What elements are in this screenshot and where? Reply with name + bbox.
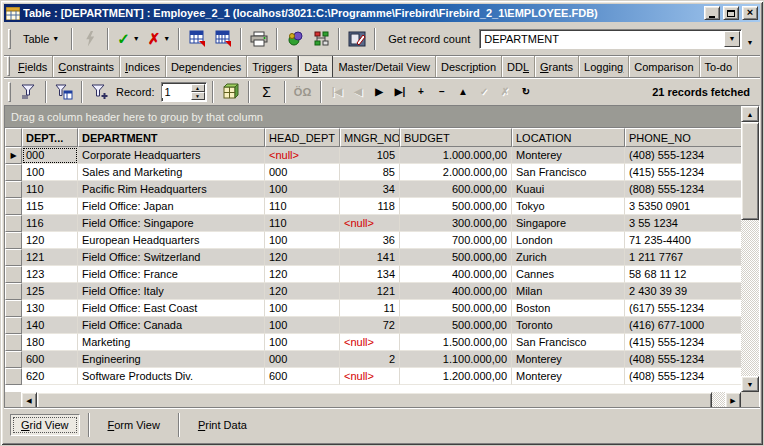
cell-budget[interactable]: 500.000,00 xyxy=(400,300,512,317)
view-tab-grid-view[interactable]: Grid View xyxy=(10,414,80,436)
dependencies-viewer-button[interactable] xyxy=(283,27,307,51)
cell-mngr_no[interactable]: 118 xyxy=(340,198,400,215)
cell-head_dept[interactable]: 120 xyxy=(265,249,340,266)
cell-phone_no[interactable]: (415) 555-1234 xyxy=(625,164,741,181)
commit-transaction-button[interactable] xyxy=(185,27,209,51)
cell-head_dept[interactable]: 100 xyxy=(265,232,340,249)
cell-budget[interactable]: 500.000,00 xyxy=(400,198,512,215)
cell-department[interactable]: European Headquarters xyxy=(78,232,265,249)
edit-view-button[interactable] xyxy=(345,27,369,51)
get-record-count-button[interactable]: Get record count xyxy=(381,27,477,51)
cell-dept_no[interactable]: 130 xyxy=(22,300,78,317)
cell-dept_no[interactable]: 620 xyxy=(22,368,78,385)
table-menu-button[interactable]: Table ▼ xyxy=(16,27,66,51)
compile-commit-button[interactable]: ✓ ▼ xyxy=(114,27,143,51)
table-row[interactable]: 620Software Products Div.600<null>1.200.… xyxy=(5,368,741,385)
scroll-up-button[interactable]: ▲ xyxy=(741,106,759,122)
cell-department[interactable]: Field Office: France xyxy=(78,266,265,283)
table-row[interactable]: 130Field Office: East Coast10011500.000,… xyxy=(5,300,741,317)
cell-head_dept[interactable]: 000 xyxy=(265,351,340,368)
cell-dept_no[interactable]: 120 xyxy=(22,232,78,249)
column-header-location[interactable]: LOCATION xyxy=(512,128,625,147)
tab-master-detail-view[interactable]: Master/Detail View xyxy=(333,56,436,77)
cell-budget[interactable]: 2.000.000,00 xyxy=(400,164,512,181)
cell-mngr_no[interactable]: 134 xyxy=(340,266,400,283)
cell-head_dept[interactable]: 600 xyxy=(265,368,340,385)
cell-dept_no[interactable]: 600 xyxy=(22,351,78,368)
column-header-mngr_no[interactable]: MNGR_NO xyxy=(340,128,400,147)
cell-department[interactable]: Field Office: East Coast xyxy=(78,300,265,317)
cell-head_dept[interactable]: 120 xyxy=(265,266,340,283)
cell-head_dept[interactable]: 100 xyxy=(265,300,340,317)
cell-location[interactable]: San Francisco xyxy=(512,164,625,181)
cell-mngr_no[interactable]: 105 xyxy=(340,147,400,164)
table-row[interactable]: 180Marketing100<null>1.500.000,00San Fra… xyxy=(5,334,741,351)
cell-location[interactable]: Toronto xyxy=(512,317,625,334)
cell-phone_no[interactable]: (408) 555-1234 xyxy=(625,147,741,164)
cell-phone_no[interactable]: 58 68 11 12 xyxy=(625,266,741,283)
cell-dept_no[interactable]: 100 xyxy=(22,164,78,181)
cell-head_dept[interactable]: 120 xyxy=(265,283,340,300)
tab-logging[interactable]: Logging xyxy=(579,56,629,77)
column-header-department[interactable]: DEPARTMENT xyxy=(78,128,265,147)
close-button[interactable]: × xyxy=(742,6,758,20)
cell-phone_no[interactable]: 3 5350 0901 xyxy=(625,198,741,215)
cell-mngr_no[interactable]: 72 xyxy=(340,317,400,334)
cell-department[interactable]: Field Office: Singapore xyxy=(78,215,265,232)
cell-budget[interactable]: 1.500.000,00 xyxy=(400,334,512,351)
cell-location[interactable]: Kuaui xyxy=(512,181,625,198)
table-row[interactable]: 140Field Office: Canada10072500.000,00To… xyxy=(5,317,741,334)
cell-budget[interactable]: 1.200.000,00 xyxy=(400,368,512,385)
cell-location[interactable]: Singapore xyxy=(512,215,625,232)
tabstrip-grip[interactable] xyxy=(7,56,10,76)
row-selector[interactable] xyxy=(5,317,22,334)
table-row[interactable]: 110Pacific Rim Headquarters10034600.000,… xyxy=(5,181,741,198)
cell-mngr_no[interactable]: <null> xyxy=(340,334,400,351)
titlebar[interactable]: Table : [DEPARTMENT] : Employee_2_1 (loc… xyxy=(4,4,760,22)
cell-dept_no[interactable]: 116 xyxy=(22,215,78,232)
table-row[interactable]: 125Field Office: Italy120121400.000,00Mi… xyxy=(5,283,741,300)
row-selector[interactable] xyxy=(5,300,22,317)
cell-dept_no[interactable]: 180 xyxy=(22,334,78,351)
cell-department[interactable]: Pacific Rim Headquarters xyxy=(78,181,265,198)
grid-options-button[interactable] xyxy=(219,80,243,104)
object-structure-button[interactable] xyxy=(309,27,333,51)
vertical-scrollbar[interactable]: ▲ ▼ xyxy=(741,106,759,392)
cell-head_dept[interactable]: 000 xyxy=(265,164,340,181)
view-tab-print-data[interactable]: Print Data xyxy=(188,415,257,435)
rollback-transaction-button[interactable] xyxy=(211,27,235,51)
column-header-head_dept[interactable]: HEAD_DEPT xyxy=(265,128,340,147)
tab-data[interactable]: Data xyxy=(298,56,333,77)
table-row[interactable]: 115Field Office: Japan110118500.000,00To… xyxy=(5,198,741,215)
combobox-dropdown-button[interactable]: ▼ xyxy=(724,31,740,47)
cell-head_dept[interactable]: 100 xyxy=(265,181,340,198)
scroll-down-button[interactable]: ▼ xyxy=(741,376,759,392)
vscroll-thumb[interactable] xyxy=(741,122,759,220)
cell-location[interactable]: Boston xyxy=(512,300,625,317)
table-row[interactable]: 116Field Office: Singapore110<null>300.0… xyxy=(5,215,741,232)
cell-location[interactable]: Monterey xyxy=(512,368,625,385)
cell-budget[interactable]: 300.000,00 xyxy=(400,215,512,232)
charset-button[interactable]: ÖΩ xyxy=(291,80,315,104)
row-selector[interactable] xyxy=(5,283,22,300)
view-tab-form-view[interactable]: Form View xyxy=(98,415,170,435)
row-selector[interactable] xyxy=(5,164,22,181)
row-selector[interactable] xyxy=(5,232,22,249)
cell-location[interactable]: Cannes xyxy=(512,266,625,283)
cell-phone_no[interactable]: (416) 677-1000 xyxy=(625,317,741,334)
cell-department[interactable]: Field Office: Japan xyxy=(78,198,265,215)
cell-budget[interactable]: 400.000,00 xyxy=(400,283,512,300)
record-spinner[interactable]: ▲ ▼ xyxy=(161,82,207,102)
cell-location[interactable]: Milan xyxy=(512,283,625,300)
cell-mngr_no[interactable]: 34 xyxy=(340,181,400,198)
row-selector[interactable] xyxy=(5,198,22,215)
cell-department[interactable]: Field Office: Canada xyxy=(78,317,265,334)
cell-location[interactable]: San Francisco xyxy=(512,334,625,351)
cell-head_dept[interactable]: 110 xyxy=(265,198,340,215)
cell-dept_no[interactable]: 115 xyxy=(22,198,78,215)
table-row[interactable]: 600Engineering00021.100.000,00Monterey(4… xyxy=(5,351,741,368)
cancel-edit-button[interactable]: ✗ xyxy=(495,81,516,103)
tab-indices[interactable]: Indices xyxy=(120,56,166,77)
cell-department[interactable]: Sales and Marketing xyxy=(78,164,265,181)
row-selector[interactable] xyxy=(5,249,22,266)
